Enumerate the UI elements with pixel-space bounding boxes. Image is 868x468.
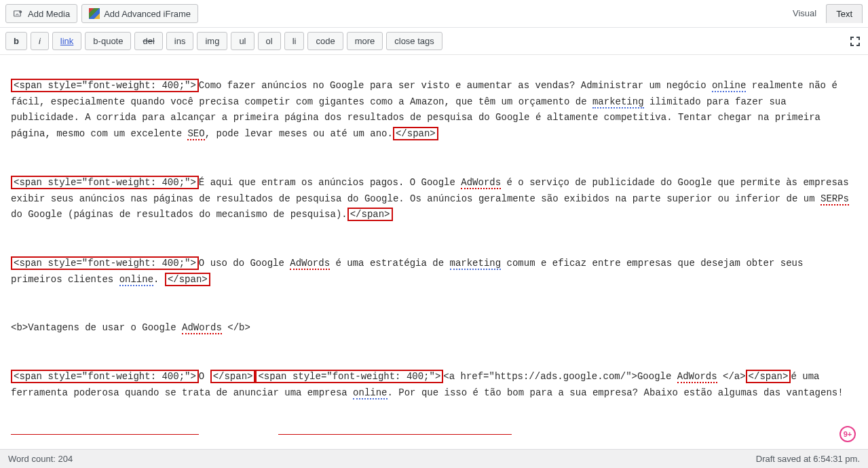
paragraph-6: <span style="font-weight: 400;">Saiba po…: [11, 433, 857, 435]
add-advanced-iframe-button[interactable]: Add Advanced iFrame: [81, 4, 198, 23]
paragraph-5: <span style="font-weight: 400;">O </span…: [11, 369, 857, 402]
qt-code[interactable]: code: [307, 32, 343, 50]
autosave-status: Draft saved at 6:54:31 pm.: [756, 454, 860, 464]
add-media-label: Add Media: [28, 9, 70, 19]
qt-link[interactable]: link: [52, 32, 82, 50]
qt-bold[interactable]: b: [5, 32, 27, 50]
editor-mode-tabs: Visual Text: [783, 4, 863, 23]
add-media-button[interactable]: Add Media: [5, 4, 77, 23]
grammarly-count: 9+: [844, 430, 852, 438]
qt-more[interactable]: more: [347, 32, 383, 50]
paragraph-3: <span style="font-weight: 400;">O uso do…: [11, 256, 857, 288]
tab-visual[interactable]: Visual: [783, 4, 826, 23]
status-bar: Word count: 204 Draft saved at 6:54:31 p…: [0, 449, 868, 468]
svg-point-1: [19, 11, 22, 14]
camera-icon: [13, 8, 24, 19]
content-textarea[interactable]: <span style="font-weight: 400;">Como faz…: [0, 55, 868, 435]
qt-del[interactable]: del: [134, 32, 162, 50]
add-iframe-label: Add Advanced iFrame: [104, 9, 191, 19]
span-open-tag: <span style="font-weight: 400;">: [11, 79, 199, 92]
qt-ul[interactable]: ul: [231, 32, 254, 50]
word-count: Word count: 204: [8, 454, 73, 464]
paragraph-2: <span style="font-weight: 400;">É aqui q…: [11, 175, 857, 223]
media-toolbar: Add Media Add Advanced iFrame Visual Tex…: [0, 0, 868, 28]
quicktags-toolbar: b i link b-quote del ins img ul ol li co…: [0, 28, 868, 55]
fullscreen-icon[interactable]: [848, 34, 863, 49]
qt-ol[interactable]: ol: [258, 32, 281, 50]
iframe-icon: [89, 8, 100, 19]
paragraph-1: <span style="font-weight: 400;">Como faz…: [11, 78, 857, 142]
qt-italic[interactable]: i: [31, 32, 49, 50]
span-close-tag: </span>: [393, 127, 438, 140]
qt-bquote[interactable]: b-quote: [85, 32, 131, 50]
grammarly-badge[interactable]: 9+: [839, 426, 856, 442]
qt-ins[interactable]: ins: [166, 32, 194, 50]
qt-img[interactable]: img: [197, 32, 227, 50]
qt-li[interactable]: li: [284, 32, 305, 50]
tab-text[interactable]: Text: [826, 4, 863, 23]
qt-close-tags[interactable]: close tags: [386, 32, 442, 50]
paragraph-4: <b>Vantagens de usar o Google AdWords </…: [11, 320, 857, 336]
